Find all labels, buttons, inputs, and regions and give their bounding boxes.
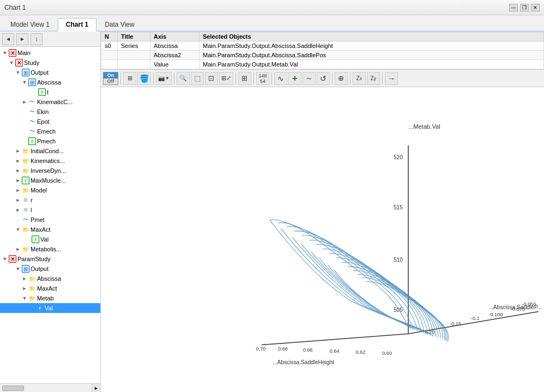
- tree-item-ps-output[interactable]: ▼ ⊞ Output: [0, 264, 100, 274]
- restore-button[interactable]: ❐: [520, 4, 529, 11]
- expander-ekin: [21, 108, 28, 116]
- label-initialcond: InitialCond...: [31, 148, 64, 154]
- wave-button[interactable]: ～: [303, 72, 316, 85]
- tree-item-main[interactable]: ▼ ✕ Main: [0, 48, 100, 58]
- expander-model[interactable]: ►: [14, 186, 22, 194]
- zoom-box-button[interactable]: ⊡: [205, 72, 218, 85]
- expander-ps-output[interactable]: ▼: [14, 265, 22, 273]
- label-ps-maxact: MaxAct: [37, 285, 57, 292]
- zoom-in-button[interactable]: 🔍: [177, 72, 190, 85]
- tree-item-ps-abscissa[interactable]: ► 📁 Abscissa: [0, 274, 100, 284]
- icon-kinematics2: 📁: [22, 157, 29, 165]
- line-button[interactable]: ∿: [274, 72, 287, 85]
- arrow-button[interactable]: →: [385, 72, 398, 85]
- hscroll-right-btn[interactable]: ►: [92, 384, 100, 393]
- add-button[interactable]: +: [288, 72, 301, 85]
- tab-data-view[interactable]: Data View: [96, 18, 142, 31]
- expander-metabolism[interactable]: ►: [14, 245, 22, 253]
- tree-item-val2[interactable]: f Val: [0, 234, 100, 244]
- tree-item-model[interactable]: ► 📁 Model: [0, 185, 100, 195]
- svg-text:0.60: 0.60: [382, 351, 392, 356]
- tree-item-initialcond[interactable]: ► 📁 InitialCond...: [0, 146, 100, 156]
- table-row[interactable]: s0 Series Abscissa Main.ParamStudy.Outpu…: [101, 41, 544, 51]
- table-row[interactable]: Abscissa2 Main.ParamStudy.Output.Absciss…: [101, 51, 544, 60]
- back-button[interactable]: ◄: [2, 33, 14, 45]
- toggle-onoff[interactable]: On Off: [103, 72, 118, 85]
- toggle-on-label: On: [104, 73, 118, 79]
- expander-main[interactable]: ▼: [1, 49, 9, 57]
- select-button[interactable]: ⬚: [191, 72, 204, 85]
- sort-button[interactable]: ↕: [31, 33, 43, 45]
- tree-item-emech[interactable]: 〜 Emech: [0, 126, 100, 136]
- tree-item-paramstudy[interactable]: ▼ ✕ ParamStudy: [0, 254, 100, 264]
- tree-item-pmech[interactable]: f Pmech: [0, 136, 100, 146]
- table-button[interactable]: ⊞: [123, 72, 136, 85]
- expander-ps-val: [28, 304, 36, 312]
- expander-ps-metab[interactable]: ▼: [21, 294, 28, 302]
- tree-item-metabolism[interactable]: ► 📁 Metabolis...: [0, 244, 100, 254]
- icon-ps-val: f: [36, 304, 44, 312]
- forward-button[interactable]: ►: [16, 33, 28, 45]
- tree-item-maxact[interactable]: ▼ 📁 MaxAct: [0, 225, 100, 234]
- expander-initialcond[interactable]: ►: [14, 147, 22, 155]
- legend-count-top: 148: [258, 73, 267, 79]
- label-maxmuscle: MaxMuscle...: [31, 177, 66, 184]
- label-ekin: Ekin: [37, 108, 49, 115]
- tree-item-kinematics2[interactable]: ► 📁 Kinematics...: [0, 156, 100, 166]
- rotate-button[interactable]: ↺: [317, 72, 330, 85]
- tree-item-kinematics[interactable]: ► 〜 KinematicC...: [0, 97, 100, 107]
- tree-item-t[interactable]: f t: [0, 87, 100, 97]
- tree-item-ekin[interactable]: 〜 Ekin: [0, 107, 100, 117]
- svg-text:-0.1: -0.1: [471, 316, 480, 321]
- label-paramstudy: ParamStudy: [17, 256, 51, 262]
- sidebar-hscroll[interactable]: ►: [0, 383, 100, 392]
- tree-item-inversedyn[interactable]: ► 📁 InverseDyn...: [0, 166, 100, 176]
- expander-l[interactable]: ►: [14, 206, 22, 214]
- tree-item-l[interactable]: ► ⚙ l: [0, 205, 100, 215]
- tree-item-abscissa[interactable]: ▼ ⊞ Abscissa: [0, 77, 100, 87]
- label-maxact: MaxAct: [31, 226, 51, 233]
- tree-item-output[interactable]: ▼ ⊞ Output: [0, 68, 100, 77]
- zoom-fit-button[interactable]: ⊞⤢: [219, 72, 233, 85]
- table-row[interactable]: Value Main.ParamStudy.Output.Metab.Val: [101, 60, 544, 69]
- tab-chart[interactable]: Chart 1: [58, 18, 96, 32]
- expander-output[interactable]: ▼: [14, 69, 22, 76]
- tree-item-pmet[interactable]: 〜 Pmet: [0, 215, 100, 225]
- expander-ps-maxact[interactable]: ►: [21, 285, 28, 292]
- close-button[interactable]: ✕: [531, 4, 540, 11]
- expander-maxact[interactable]: ▼: [14, 226, 22, 233]
- label-study: Study: [24, 59, 39, 66]
- label-emech: Emech: [37, 128, 56, 135]
- cell-n-2: [101, 60, 118, 69]
- zoomx-button[interactable]: Zx: [353, 72, 366, 85]
- expander-paramstudy[interactable]: ▼: [1, 255, 9, 263]
- zoom2-button[interactable]: ⊕: [335, 72, 348, 85]
- expander-r[interactable]: ►: [14, 196, 22, 204]
- minimize-button[interactable]: —: [509, 4, 518, 11]
- hscroll-thumb[interactable]: [2, 385, 24, 391]
- tree-item-study[interactable]: ▼ ✕ Study: [0, 58, 100, 68]
- expander-maxmuscle[interactable]: ►: [14, 177, 22, 184]
- tree-item-ps-val[interactable]: f Val: [0, 303, 100, 313]
- export-button[interactable]: 📷 ▼: [156, 72, 172, 85]
- tree-item-epot[interactable]: 〜 Epot: [0, 117, 100, 126]
- icon-ps-abscissa: 📁: [28, 275, 36, 282]
- legend-button[interactable]: 148 54: [256, 72, 269, 85]
- tree-item-ps-maxact[interactable]: ► 📁 MaxAct: [0, 284, 100, 293]
- tree-item-maxmuscle[interactable]: ► f MaxMuscle...: [0, 176, 100, 185]
- fill-button[interactable]: 🪣: [137, 72, 151, 85]
- col-axis: Axis: [150, 32, 200, 41]
- expander-kinematics[interactable]: ►: [21, 98, 28, 106]
- cell-objects-0: Main.ParamStudy.Output.Abscissa.SaddleHe…: [200, 41, 544, 51]
- expander-inversedyn[interactable]: ►: [14, 167, 22, 174]
- expander-study[interactable]: ▼: [8, 59, 15, 67]
- tab-model-view[interactable]: Model View 1: [2, 18, 58, 31]
- expander-kinematics2[interactable]: ►: [14, 157, 22, 165]
- expander-ps-abscissa[interactable]: ►: [21, 275, 28, 282]
- zoomy-button[interactable]: Zy: [367, 72, 380, 85]
- expander-abscissa[interactable]: ▼: [21, 79, 28, 86]
- grid-button[interactable]: ⊞: [238, 72, 251, 85]
- tree-item-r[interactable]: ► ⚙ r: [0, 195, 100, 205]
- icon-model: 📁: [22, 186, 29, 194]
- tree-item-ps-metab[interactable]: ▼ 📁 Metab: [0, 293, 100, 303]
